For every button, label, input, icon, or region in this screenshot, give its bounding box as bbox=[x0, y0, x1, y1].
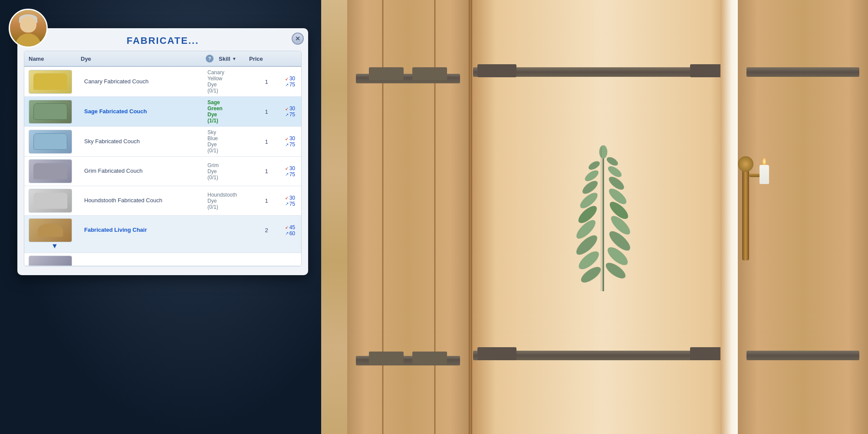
item-price-chair: ↙45 ↗60 bbox=[284, 224, 297, 237]
hardware-rect bbox=[369, 352, 404, 365]
hardware-rect bbox=[412, 352, 447, 365]
candle-sconce bbox=[742, 165, 749, 260]
table-row[interactable]: Grim Fabricated Couch Grim Dye (0/1) 1 ↙… bbox=[24, 157, 301, 186]
hardware-rect bbox=[412, 67, 447, 80]
hardware-rect bbox=[477, 64, 516, 77]
hardware-bar-right-bottom bbox=[746, 351, 859, 360]
table-row[interactable]: Houndstooth Fabricated Couch Houndstooth… bbox=[24, 186, 301, 216]
avatar-head bbox=[20, 16, 36, 33]
door-panel-right bbox=[738, 0, 868, 434]
item-skill-canary: 1 bbox=[249, 79, 284, 85]
couch-shape bbox=[33, 103, 67, 119]
item-price-sky: ↙30 ↗75 bbox=[284, 135, 297, 148]
item-skill-chair: 2 bbox=[249, 227, 284, 233]
hardware-rect bbox=[477, 347, 516, 360]
door-panel-left bbox=[347, 0, 469, 434]
sort-icon: ▼ bbox=[232, 56, 237, 61]
door-groove-center-left bbox=[469, 0, 472, 434]
candle-post bbox=[742, 165, 749, 260]
price-down-icon: ↙ bbox=[285, 166, 289, 171]
expand-button[interactable]: ▼ bbox=[29, 242, 81, 250]
price-up-icon: ↗ bbox=[285, 172, 289, 177]
table-header: Name Dye ? Skill ▼ Price bbox=[24, 51, 301, 67]
svg-point-15 bbox=[583, 168, 600, 184]
item-thumbnail-partial bbox=[29, 256, 72, 266]
th-price: Price bbox=[249, 55, 284, 62]
couch-shape bbox=[33, 163, 67, 179]
couch-shape bbox=[33, 73, 67, 89]
item-dye-canary: Canary Yellow Dye (0/1) bbox=[206, 69, 219, 94]
item-dye-houndstooth: Houndstooth Dye (0/1) bbox=[206, 192, 219, 210]
svg-point-16 bbox=[606, 164, 623, 179]
hardware-bar-right-top bbox=[746, 67, 859, 77]
avatar-body bbox=[15, 33, 41, 46]
table-row[interactable]: Sky Fabricated Couch Sky Blue Dye (0/1) … bbox=[24, 127, 301, 157]
item-thumbnail-grim bbox=[29, 159, 72, 183]
item-dye-grim: Grim Dye (0/1) bbox=[206, 162, 219, 181]
dialog-header: Fabricate... ✕ bbox=[17, 28, 308, 51]
item-thumbnail-houndstooth bbox=[29, 189, 72, 213]
price-up-icon: ↗ bbox=[285, 231, 289, 236]
item-name-canary: Canary Fabricated Couch bbox=[81, 78, 206, 85]
item-skill-grim: 1 bbox=[249, 168, 284, 174]
item-name-houndstooth: Houndstooth Fabricated Couch bbox=[81, 197, 206, 204]
table-row[interactable]: Fabricated Living Chair 2 ↙45 ↗60 ▼ bbox=[24, 216, 301, 253]
candle-flame bbox=[763, 158, 766, 165]
avatar-image bbox=[10, 10, 46, 46]
left-panel: Fabricate... ✕ Name Dye ? Skill bbox=[0, 0, 321, 434]
table-body[interactable]: Canary Fabricated Couch Canary Yellow Dy… bbox=[24, 67, 301, 266]
item-price-sage: ↙30 ↗75 bbox=[284, 105, 297, 118]
right-panel bbox=[321, 0, 868, 434]
fabricate-dialog: Fabricate... ✕ Name Dye ? Skill bbox=[17, 28, 308, 275]
item-price-grim: ↙30 ↗75 bbox=[284, 165, 297, 178]
dialog-title: Fabricate... bbox=[127, 35, 199, 46]
item-skill-houndstooth: 1 bbox=[249, 197, 284, 204]
price-down-icon: ↙ bbox=[285, 106, 289, 111]
item-price-houndstooth: ↙30 ↗75 bbox=[284, 195, 297, 207]
table-row[interactable]: Canary Fabricated Couch Canary Yellow Dy… bbox=[24, 67, 301, 97]
item-price-canary: ↙30 ↗75 bbox=[284, 76, 297, 88]
item-thumbnail-sky bbox=[29, 130, 72, 154]
hardware-rect bbox=[369, 67, 404, 80]
door-center bbox=[469, 0, 738, 434]
item-name-chair: Fabricated Living Chair bbox=[81, 227, 206, 234]
fabricate-table: Name Dye ? Skill ▼ Price bbox=[24, 51, 302, 266]
help-icon[interactable]: ? bbox=[206, 55, 214, 62]
price-up-icon: ↗ bbox=[285, 142, 289, 147]
th-name: Name bbox=[29, 55, 81, 62]
price-up-icon: ↗ bbox=[285, 112, 289, 117]
svg-point-17 bbox=[587, 160, 601, 171]
svg-point-19 bbox=[599, 145, 608, 158]
door-groove bbox=[434, 0, 436, 434]
item-name-sky: Sky Fabricated Couch bbox=[81, 138, 206, 145]
item-skill-sage: 1 bbox=[249, 108, 284, 115]
leaf-svg bbox=[560, 135, 647, 299]
leaf-decoration bbox=[560, 135, 647, 299]
item-thumbnail-canary bbox=[29, 70, 72, 94]
price-up-icon: ↗ bbox=[285, 82, 289, 87]
item-name-grim: Grim Fabricated Couch bbox=[81, 168, 206, 175]
item-thumbnail-chair bbox=[29, 218, 72, 242]
th-skill[interactable]: Skill ▼ bbox=[219, 55, 249, 62]
couch-shape bbox=[33, 193, 67, 209]
price-down-icon: ↙ bbox=[285, 76, 289, 81]
svg-point-18 bbox=[605, 155, 619, 167]
chair-shape bbox=[38, 224, 63, 237]
price-down-icon: ↙ bbox=[285, 225, 289, 230]
th-dye: Dye bbox=[81, 55, 206, 62]
th-help: ? bbox=[206, 55, 219, 62]
table-row[interactable]: Sage Fabricated Couch Sage Green Dye (1/… bbox=[24, 97, 301, 127]
item-skill-sky: 1 bbox=[249, 138, 284, 145]
price-down-icon: ↙ bbox=[285, 136, 289, 141]
avatar bbox=[9, 9, 48, 48]
door-groove bbox=[382, 0, 384, 434]
price-up-icon: ↗ bbox=[285, 201, 289, 206]
item-dye-sky: Sky Blue Dye (0/1) bbox=[206, 129, 219, 154]
candle-orb bbox=[738, 156, 753, 172]
th-expand bbox=[284, 55, 297, 62]
table-row[interactable] bbox=[24, 253, 301, 266]
candle-wax bbox=[760, 165, 769, 184]
close-button[interactable]: ✕ bbox=[292, 33, 304, 45]
item-name-sage: Sage Fabricated Couch bbox=[81, 108, 206, 115]
couch-shape bbox=[33, 133, 67, 149]
